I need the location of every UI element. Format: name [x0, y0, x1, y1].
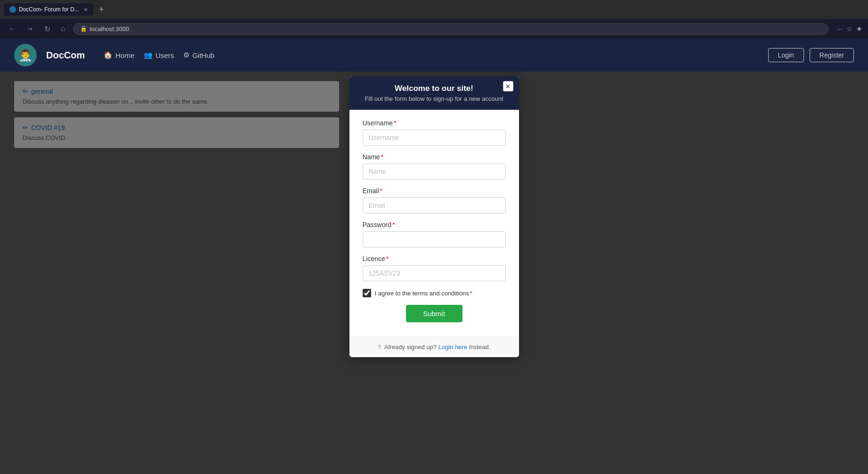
tab-title: DocCom- Forum for D... — [19, 6, 79, 13]
email-label: Email* — [363, 187, 506, 195]
username-group: Username* — [363, 119, 506, 146]
users-link[interactable]: 👥 Users — [144, 51, 174, 59]
register-modal: Welcome to our site! Fill out the form b… — [349, 76, 519, 357]
active-tab[interactable]: DocCom- Forum for D... ✕ — [4, 3, 93, 16]
users-label: Users — [155, 51, 174, 59]
password-required: * — [392, 221, 395, 229]
address-text: localhost:3000 — [90, 25, 130, 33]
reload-button[interactable]: ↻ — [41, 23, 53, 35]
tab-favicon — [9, 6, 16, 13]
footer-after-link: instead. — [469, 343, 491, 351]
modal-close-button[interactable]: ✕ — [503, 81, 513, 91]
terms-required: * — [470, 290, 472, 297]
register-button[interactable]: Register — [810, 48, 854, 62]
terms-label: I agree to the terms and conditions* — [375, 290, 472, 297]
name-label: Name* — [363, 153, 506, 161]
licence-label: Licence* — [363, 255, 506, 262]
brand-name: DocCom — [46, 50, 85, 61]
modal-header: Welcome to our site! Fill out the form b… — [349, 76, 519, 110]
modal-title: Welcome to our site! — [359, 84, 510, 93]
forward-button[interactable]: → — [24, 23, 37, 35]
users-icon: 👥 — [144, 51, 153, 59]
browser-actions: ··· ☆ ★ — [837, 25, 862, 33]
password-input[interactable] — [363, 231, 506, 247]
github-icon: ⚙ — [183, 51, 189, 59]
browser-chrome: DocCom- Forum for D... ✕ + — [0, 0, 868, 19]
bookmark-icon[interactable]: ★ — [856, 25, 862, 33]
password-group: Password* — [363, 221, 506, 247]
page-content: ✏ general Discuss anything regarding die… — [0, 72, 868, 474]
pocket-icon[interactable]: ☆ — [846, 25, 852, 33]
back-button[interactable]: ← — [6, 23, 19, 35]
tab-close-button[interactable]: ✕ — [84, 7, 88, 12]
name-group: Name* — [363, 153, 506, 180]
login-here-link[interactable]: Login here — [438, 343, 467, 351]
licence-required: * — [386, 255, 389, 262]
tab-bar: DocCom- Forum for D... ✕ + — [4, 3, 108, 16]
new-tab-button[interactable]: + — [95, 4, 108, 16]
email-input[interactable] — [363, 197, 506, 213]
address-bar[interactable]: 🔒 localhost:3000 — [73, 23, 829, 35]
home-link[interactable]: 🏠 Home — [104, 51, 134, 59]
username-input[interactable] — [363, 130, 506, 146]
terms-checkbox[interactable] — [363, 289, 371, 297]
username-label: Username* — [363, 119, 506, 127]
app-navbar: 👨‍⚕️ DocCom 🏠 Home 👥 Users ⚙ GitHub Logi… — [0, 39, 868, 72]
username-required: * — [394, 119, 396, 127]
email-group: Email* — [363, 187, 506, 213]
question-icon: ? — [378, 343, 381, 351]
address-bar-row: ← → ↻ ⌂ 🔒 localhost:3000 ··· ☆ ★ — [0, 19, 868, 39]
modal-footer: ? Already signed up? Login here instead. — [349, 336, 519, 357]
nav-actions: Login Register — [768, 48, 854, 62]
licence-group: Licence* — [363, 255, 506, 281]
github-label: GitHub — [192, 51, 214, 59]
licence-input[interactable] — [363, 265, 506, 281]
email-required: * — [380, 187, 382, 195]
name-input[interactable] — [363, 163, 506, 180]
nav-links: 🏠 Home 👥 Users ⚙ GitHub — [104, 51, 758, 59]
name-required: * — [381, 153, 383, 161]
github-link[interactable]: ⚙ GitHub — [183, 51, 214, 59]
home-icon: 🏠 — [104, 51, 113, 59]
login-button[interactable]: Login — [768, 48, 804, 62]
modal-overlay: Welcome to our site! Fill out the form b… — [0, 72, 868, 474]
home-button[interactable]: ⌂ — [58, 23, 68, 35]
terms-checkbox-row: I agree to the terms and conditions* — [363, 289, 506, 297]
logo-avatar: 👨‍⚕️ — [14, 44, 37, 66]
password-label: Password* — [363, 221, 506, 229]
modal-subtitle: Fill out the form below to sign-up for a… — [359, 95, 510, 102]
footer-text: Already signed up? — [384, 343, 437, 351]
more-icon[interactable]: ··· — [837, 25, 843, 33]
modal-body: Username* Name* Email* — [349, 110, 519, 336]
submit-button[interactable]: Submit — [406, 305, 462, 322]
home-label: Home — [115, 51, 134, 59]
